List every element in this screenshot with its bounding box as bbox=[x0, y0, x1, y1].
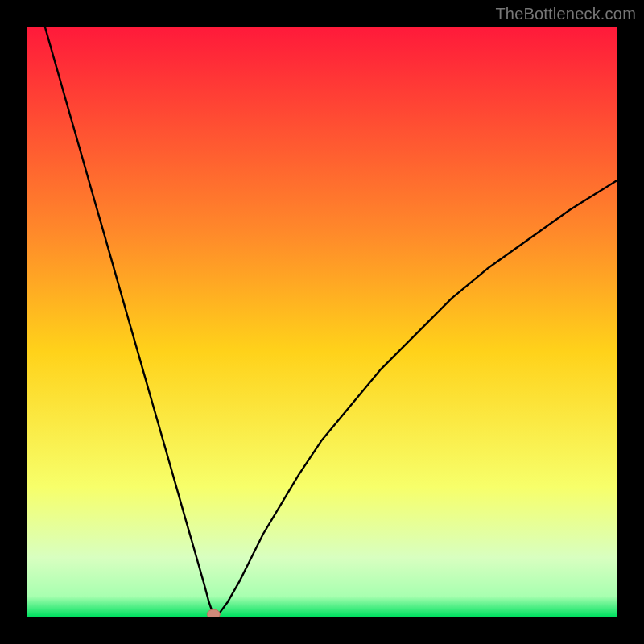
outer-frame: TheBottleneck.com bbox=[0, 0, 644, 644]
chart-canvas bbox=[27, 27, 617, 617]
attribution-text: TheBottleneck.com bbox=[495, 5, 636, 23]
optimal-point-marker bbox=[207, 609, 220, 617]
gradient-background bbox=[27, 27, 617, 617]
